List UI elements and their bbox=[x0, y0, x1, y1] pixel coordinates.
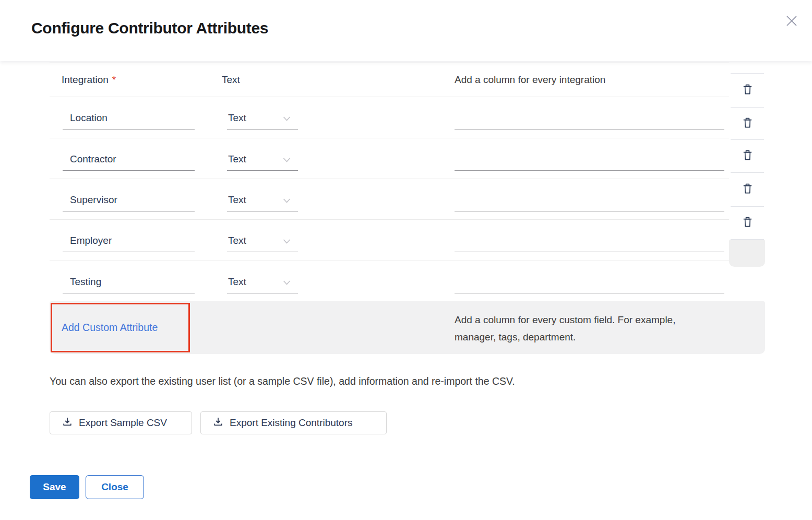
integration-description: Add a column for every integration bbox=[455, 63, 605, 97]
table-row: Employer Text bbox=[50, 220, 729, 261]
selected-type-label: Text bbox=[228, 153, 246, 165]
download-icon bbox=[62, 416, 73, 430]
export-sample-csv-button[interactable]: Export Sample CSV bbox=[50, 411, 192, 434]
selected-type-label: Text bbox=[228, 276, 246, 288]
configure-contributor-attributes-modal: Configure Contributor Attributes Integra… bbox=[0, 0, 812, 520]
attribute-type-select[interactable]: Text bbox=[227, 270, 298, 293]
attribute-value-input[interactable] bbox=[455, 229, 724, 252]
custom-description-line1: Add a column for every custom field. For… bbox=[455, 314, 675, 325]
required-asterisk: * bbox=[112, 74, 116, 86]
selected-type-label: Text bbox=[228, 194, 246, 206]
attribute-name-input[interactable]: Testing bbox=[63, 270, 195, 293]
delete-cell bbox=[731, 73, 764, 107]
delete-cell bbox=[731, 107, 764, 139]
trash-icon bbox=[742, 149, 753, 163]
delete-cell-empty bbox=[729, 240, 765, 267]
attribute-type-select[interactable]: Text bbox=[227, 229, 298, 252]
chevron-down-icon bbox=[283, 194, 291, 206]
export-existing-contributors-button[interactable]: Export Existing Contributors bbox=[200, 411, 387, 434]
attribute-value-input[interactable] bbox=[455, 270, 724, 293]
delete-row-button[interactable] bbox=[740, 147, 755, 165]
chevron-down-icon bbox=[283, 235, 291, 246]
table-row-integration: Integration * Text Add a column for ever… bbox=[50, 63, 729, 97]
delete-cell bbox=[731, 172, 764, 206]
custom-description-line2: manager, tags, department. bbox=[455, 332, 576, 342]
attribute-type-select[interactable]: Text bbox=[227, 188, 298, 211]
attribute-value-input[interactable] bbox=[455, 148, 724, 171]
close-footer-button[interactable]: Close bbox=[86, 475, 144, 499]
delete-row-button[interactable] bbox=[740, 181, 755, 198]
table-row: Supervisor Text bbox=[50, 179, 729, 220]
delete-cell bbox=[731, 139, 764, 172]
attribute-value-input[interactable] bbox=[455, 188, 724, 211]
attribute-type-select[interactable]: Text bbox=[227, 148, 298, 171]
trash-icon bbox=[742, 84, 753, 97]
attribute-type-select[interactable]: Text bbox=[227, 107, 298, 129]
delete-row-button[interactable] bbox=[740, 115, 755, 133]
integration-label-text: Integration bbox=[62, 74, 109, 86]
table-row: Location Text bbox=[50, 97, 729, 138]
trash-icon bbox=[742, 216, 753, 230]
add-custom-attribute-row: Add Custom Attribute Add a column for ev… bbox=[50, 301, 765, 354]
export-note: You can also export the existing user li… bbox=[50, 375, 515, 387]
trash-icon bbox=[742, 117, 753, 131]
chevron-down-icon bbox=[283, 276, 291, 288]
integration-row-label: Integration * bbox=[62, 63, 116, 97]
export-sample-csv-label: Export Sample CSV bbox=[79, 417, 167, 429]
page-title: Configure Contributor Attributes bbox=[31, 19, 268, 37]
attribute-name-input[interactable]: Location bbox=[63, 107, 195, 129]
selected-type-label: Text bbox=[228, 235, 246, 246]
attribute-name-input[interactable]: Supervisor bbox=[63, 188, 195, 211]
modal-header: Configure Contributor Attributes bbox=[0, 0, 812, 61]
save-button[interactable]: Save bbox=[30, 475, 79, 499]
attribute-value-input[interactable] bbox=[455, 107, 724, 129]
export-existing-contributors-label: Export Existing Contributors bbox=[230, 417, 353, 429]
custom-attribute-description: Add a column for every custom field. For… bbox=[455, 311, 747, 346]
attribute-name-input[interactable]: Employer bbox=[63, 229, 195, 252]
trash-icon bbox=[742, 183, 753, 196]
chevron-down-icon bbox=[283, 153, 291, 165]
download-icon bbox=[212, 416, 224, 430]
integration-type-label: Text bbox=[222, 63, 240, 97]
table-row: Testing Text bbox=[50, 261, 729, 302]
delete-row-button[interactable] bbox=[740, 214, 755, 232]
delete-row-button[interactable] bbox=[740, 81, 755, 99]
close-icon bbox=[784, 13, 799, 30]
add-custom-attribute-link[interactable]: Add Custom Attribute bbox=[62, 301, 158, 354]
attribute-name-input[interactable]: Contractor bbox=[63, 148, 195, 171]
selected-type-label: Text bbox=[228, 112, 246, 124]
chevron-down-icon bbox=[283, 112, 291, 124]
table-row: Contractor Text bbox=[50, 138, 729, 179]
attributes-table: Integration * Text Add a column for ever… bbox=[50, 63, 729, 302]
delete-cell bbox=[731, 206, 764, 240]
close-button[interactable] bbox=[783, 13, 801, 30]
